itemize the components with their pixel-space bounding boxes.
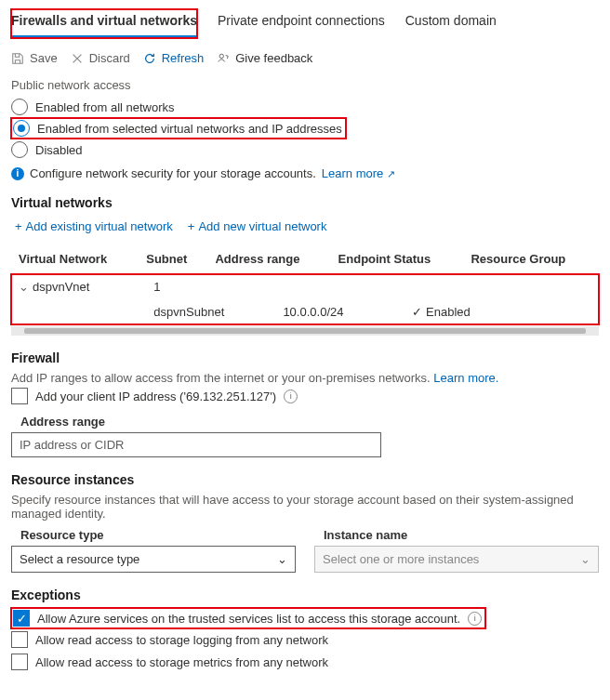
vnet-table: Virtual Network Subnet Address range End… <box>11 246 599 274</box>
discard-button[interactable]: Discard <box>71 51 130 65</box>
save-button[interactable]: Save <box>11 51 58 65</box>
select-placeholder: Select a resource type <box>20 552 139 566</box>
radio-icon <box>11 99 28 115</box>
horizontal-scrollbar[interactable] <box>11 326 599 336</box>
col-address-range: Address range <box>207 246 330 274</box>
address-range-label: Address range <box>11 407 599 432</box>
radio-label: Enabled from all networks <box>35 100 175 114</box>
public-access-radio-group: Enabled from all networks Enabled from s… <box>11 96 599 161</box>
trusted-services-label: Allow Azure services on the trusted serv… <box>37 612 460 626</box>
cell-vnet-name: dspvnVnet <box>33 280 89 294</box>
logging-label: Allow read access to storage logging fro… <box>35 633 328 647</box>
radio-enabled-all[interactable]: Enabled from all networks <box>11 96 599 118</box>
trusted-services-checkbox[interactable]: ✓ <box>13 610 30 627</box>
discard-label: Discard <box>89 51 130 65</box>
table-header-row: Virtual Network Subnet Address range End… <box>11 246 599 274</box>
plus-icon: + <box>15 219 22 233</box>
select-placeholder: Select one or more instances <box>323 552 479 566</box>
refresh-button[interactable]: Refresh <box>143 51 205 65</box>
firewall-learn-more-link[interactable]: Learn more. <box>433 371 498 385</box>
vnet-heading: Virtual networks <box>11 195 599 210</box>
tab-custom-domain[interactable]: Custom domain <box>405 9 497 38</box>
col-resource-group: Resource Group <box>463 246 599 274</box>
chevron-down-icon: ⌄ <box>277 552 287 566</box>
info-icon: i <box>11 167 24 180</box>
exception-metrics-row[interactable]: Allow read access to storage metrics fro… <box>11 651 599 673</box>
info-outline-icon[interactable]: i <box>468 612 482 626</box>
instance-name-select[interactable]: Select one or more instances ⌄ <box>314 546 599 573</box>
metrics-checkbox[interactable] <box>11 654 28 670</box>
chevron-down-icon: ⌄ <box>580 552 590 566</box>
x-icon <box>71 52 84 65</box>
public-access-heading: Public network access <box>11 78 599 92</box>
command-bar: Save Discard Refresh Give feedback <box>11 44 599 78</box>
add-new-vnet-button[interactable]: +Add new virtual network <box>184 216 331 237</box>
resource-type-select[interactable]: Select a resource type ⌄ <box>11 546 296 573</box>
info-text: Configure network security for your stor… <box>30 166 316 180</box>
resource-instances-heading: Resource instances <box>11 472 599 487</box>
col-subnet: Subnet <box>139 246 207 274</box>
chevron-down-icon[interactable]: ⌄ <box>19 280 29 294</box>
exception-trusted-row[interactable]: ✓ Allow Azure services on the trusted se… <box>11 608 485 628</box>
cell-endpoint-status: Enabled <box>426 305 471 319</box>
address-range-input[interactable]: IP address or CIDR <box>11 432 381 457</box>
tab-firewalls[interactable]: Firewalls and virtual networks <box>11 9 197 38</box>
config-info-row: i Configure network security for your st… <box>11 166 599 180</box>
learn-more-link[interactable]: Learn more ↗ <box>322 166 395 180</box>
save-label: Save <box>30 51 58 65</box>
metrics-label: Allow read access to storage metrics fro… <box>35 655 328 669</box>
exception-logging-row[interactable]: Allow read access to storage logging fro… <box>11 628 599 651</box>
svg-point-0 <box>219 54 223 58</box>
table-row[interactable]: dspvnSubnet 10.0.0.0/24 ✓ Enabled <box>11 299 599 324</box>
cell-subnet-count: 1 <box>146 274 275 299</box>
refresh-icon <box>143 52 156 65</box>
add-client-ip-checkbox[interactable] <box>11 388 28 404</box>
radio-disabled[interactable]: Disabled <box>11 139 599 161</box>
col-endpoint-status: Endpoint Status <box>331 246 464 274</box>
col-virtual-network: Virtual Network <box>11 246 139 274</box>
feedback-label: Give feedback <box>235 51 312 65</box>
radio-enabled-selected[interactable]: Enabled from selected virtual networks a… <box>11 118 346 139</box>
scrollbar-thumb[interactable] <box>24 328 586 334</box>
firewall-desc: Add IP ranges to allow access from the i… <box>11 371 599 385</box>
resource-instances-desc: Specify resource instances that will hav… <box>11 493 599 521</box>
tab-bar: Firewalls and virtual networks Private e… <box>11 9 599 38</box>
feedback-button[interactable]: Give feedback <box>217 51 312 65</box>
radio-label: Enabled from selected virtual networks a… <box>37 122 342 136</box>
external-link-icon: ↗ <box>387 168 395 179</box>
feedback-icon <box>217 52 230 65</box>
resource-type-label: Resource type <box>11 528 296 542</box>
exceptions-heading: Exceptions <box>11 588 599 602</box>
add-existing-vnet-button[interactable]: +Add existing virtual network <box>11 216 177 237</box>
plus-icon: + <box>188 219 195 233</box>
cell-subnet-name: dspvnSubnet <box>146 299 275 324</box>
checkmark-icon: ✓ <box>412 305 422 319</box>
info-outline-icon[interactable]: i <box>284 390 298 403</box>
firewall-heading: Firewall <box>11 350 599 365</box>
table-row[interactable]: ⌄dspvnVnet 1 <box>11 274 599 299</box>
tab-private-endpoints[interactable]: Private endpoint connections <box>218 9 385 38</box>
cell-address-range: 10.0.0.0/24 <box>275 299 404 324</box>
refresh-label: Refresh <box>162 51 205 65</box>
radio-icon <box>13 120 30 137</box>
logging-checkbox[interactable] <box>11 631 28 648</box>
add-client-ip-label: Add your client IP address ('69.132.251.… <box>35 390 276 403</box>
radio-label: Disabled <box>35 143 83 157</box>
instance-name-label: Instance name <box>314 528 599 542</box>
radio-icon <box>11 141 28 158</box>
save-icon <box>11 52 24 65</box>
